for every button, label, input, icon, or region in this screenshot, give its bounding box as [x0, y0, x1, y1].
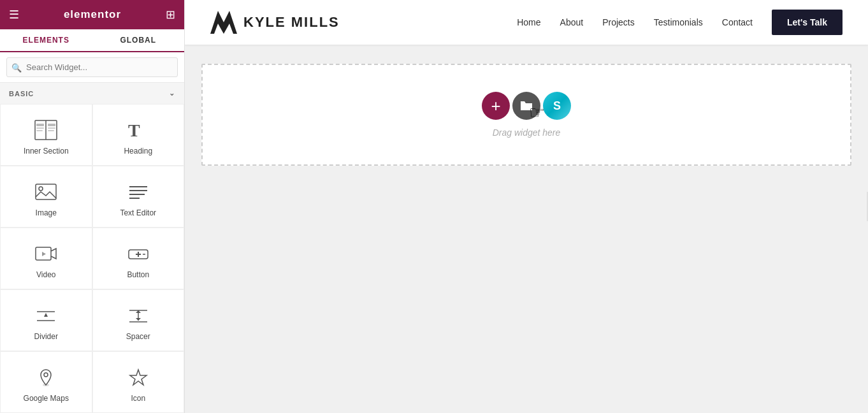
- svg-point-10: [39, 187, 43, 191]
- elementor-logo: elementor: [64, 8, 121, 21]
- widget-text-editor-label: Text Editor: [120, 208, 156, 217]
- canvas-area: ☞ + S Drag widget here: [185, 45, 868, 185]
- widget-text-editor[interactable]: Text Editor: [92, 166, 185, 228]
- svg-text:T: T: [128, 120, 140, 140]
- search-bar: 🔍: [0, 52, 184, 83]
- svg-rect-4: [36, 130, 43, 131]
- site-logo: KYLE MILLS: [210, 11, 340, 34]
- section-basic-header[interactable]: BASIC ⌄: [0, 83, 184, 104]
- widget-heading[interactable]: T Heading: [92, 104, 185, 166]
- video-icon: [34, 242, 57, 265]
- widget-video[interactable]: Video: [0, 228, 92, 289]
- nav-testimonials[interactable]: Testimonials: [654, 17, 703, 27]
- section-collapse-icon: ⌄: [169, 89, 175, 98]
- google-maps-icon: [34, 366, 57, 389]
- icon-widget-icon: [127, 366, 150, 389]
- widget-divider[interactable]: Divider: [0, 289, 92, 351]
- section-basic-label: BASIC: [9, 90, 34, 98]
- nav-cta-button[interactable]: Let's Talk: [772, 10, 843, 35]
- widget-spacer-label: Spacer: [126, 332, 150, 341]
- inner-section-icon: [34, 119, 57, 141]
- svg-rect-2: [36, 124, 44, 126]
- drop-zone[interactable]: + S Drag widget here: [201, 64, 851, 166]
- spacer-icon: [127, 304, 150, 327]
- widget-button-label: Button: [127, 270, 149, 279]
- grid-icon[interactable]: ⊞: [166, 8, 175, 22]
- logo-text: KYLE MILLS: [243, 14, 340, 31]
- widget-google-maps[interactable]: Google Maps: [0, 351, 92, 413]
- widget-inner-section-label: Inner Section: [24, 147, 69, 156]
- widget-button[interactable]: Button: [92, 228, 185, 289]
- svg-rect-5: [48, 124, 55, 126]
- svg-marker-22: [44, 313, 48, 317]
- svg-rect-7: [48, 130, 54, 131]
- widget-video-label: Video: [36, 270, 55, 279]
- widget-icon[interactable]: Icon: [92, 351, 185, 413]
- svg-rect-3: [36, 127, 44, 129]
- svg-marker-31: [130, 370, 147, 385]
- panel-header: ☰ elementor ⊞: [0, 0, 184, 29]
- widget-google-maps-label: Google Maps: [24, 394, 69, 403]
- divider-icon: [34, 304, 57, 327]
- search-icon: 🔍: [11, 62, 22, 72]
- drop-zone-text: Drag widget here: [493, 127, 561, 138]
- widget-inner-section[interactable]: Inner Section: [0, 104, 92, 166]
- svg-marker-32: [210, 11, 237, 34]
- drop-zone-buttons: + S: [482, 92, 571, 120]
- widget-divider-label: Divider: [34, 332, 58, 341]
- svg-marker-16: [42, 252, 46, 256]
- widget-image-label: Image: [36, 208, 57, 217]
- right-canvas: KYLE MILLS Home About Projects Testimoni…: [185, 0, 868, 413]
- button-icon: [127, 242, 150, 265]
- site-header: KYLE MILLS Home About Projects Testimoni…: [185, 0, 868, 45]
- nav-projects[interactable]: Projects: [602, 17, 635, 27]
- hamburger-icon[interactable]: ☰: [9, 8, 19, 22]
- left-panel: ☰ elementor ⊞ ELEMENTS GLOBAL 🔍 BASIC ⌄: [0, 0, 185, 413]
- tab-elements[interactable]: ELEMENTS: [0, 29, 92, 52]
- svg-marker-27: [136, 318, 141, 321]
- widget-image[interactable]: Image: [0, 166, 92, 228]
- svg-point-30: [43, 384, 49, 386]
- s-button[interactable]: S: [543, 92, 571, 120]
- widget-icon-label: Icon: [131, 394, 145, 403]
- svg-rect-6: [48, 127, 55, 129]
- search-input[interactable]: [6, 57, 178, 77]
- nav-home[interactable]: Home: [517, 17, 540, 27]
- text-editor-icon: [127, 180, 150, 203]
- panel-tabs: ELEMENTS GLOBAL: [0, 29, 184, 52]
- folder-button[interactable]: [512, 92, 540, 120]
- svg-point-29: [44, 373, 48, 377]
- heading-icon: T: [127, 119, 150, 141]
- add-widget-button[interactable]: +: [482, 92, 510, 120]
- widgets-grid: Inner Section T Heading Image: [0, 104, 184, 413]
- nav-contact[interactable]: Contact: [722, 17, 753, 27]
- nav-about[interactable]: About: [560, 17, 584, 27]
- widget-spacer[interactable]: Spacer: [92, 289, 185, 351]
- site-nav: Home About Projects Testimonials Contact…: [517, 10, 843, 35]
- tab-global[interactable]: GLOBAL: [92, 29, 185, 51]
- logo-mark-icon: [210, 11, 237, 34]
- image-icon: [34, 180, 57, 203]
- svg-rect-9: [36, 184, 56, 199]
- widget-heading-label: Heading: [124, 147, 152, 156]
